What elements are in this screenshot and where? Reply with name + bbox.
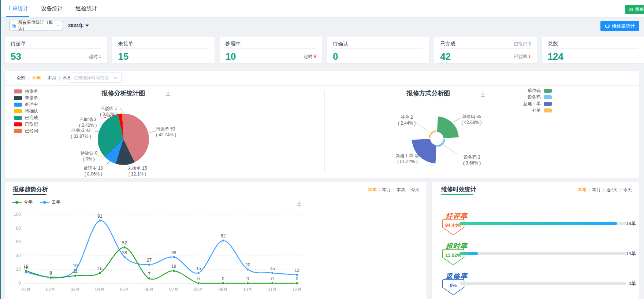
progress-fill — [459, 252, 478, 255]
pie-slice-label-待确认: 待确认 0( 0% ) — [74, 150, 104, 162]
pie-chart-title: 报修分析统计图 — [50, 89, 197, 97]
pie-slice-label-处理中: 处理中 10( 8.06% ) — [77, 165, 110, 177]
time-tab-本月[interactable]: 本月 — [44, 75, 59, 81]
svg-text:27: 27 — [147, 258, 152, 263]
svg-text:38: 38 — [171, 250, 176, 255]
svg-text:18: 18 — [171, 264, 176, 269]
stat-label: 待确认 — [333, 41, 348, 47]
legend-item-单位码[interactable]: 单位码 — [513, 87, 552, 94]
svg-text:18: 18 — [23, 264, 29, 269]
sla-tab-今天[interactable]: 今天 — [621, 187, 634, 193]
stat-card: 待确认0 — [327, 37, 429, 63]
top-tab-bar: 工单统计设备统计巡检统计 维修年报 — [0, 0, 644, 18]
download-icon[interactable] — [480, 91, 486, 99]
unit-select[interactable]: 所有单位统计（默认） — [9, 21, 63, 30]
rose-label-补单: 补单 2( 2.44% ) — [394, 114, 420, 126]
annual-report-button[interactable]: 维修年报 — [625, 5, 644, 14]
svg-text:0%: 0% — [450, 283, 457, 288]
pie-chart-icon — [605, 23, 610, 29]
timeliness-card: 维修时效统计 本年本月近7天今天 好评率94.44%18单超时率11.02%14… — [432, 182, 639, 299]
timeliness-time-tabs: 本年本月近7天今天 — [575, 187, 634, 193]
pie-legend: 待派单未接单处理中待确认已完成已取消已驳回 — [14, 88, 38, 134]
legend-item-补单[interactable]: 补单 — [513, 107, 552, 114]
svg-text:10月: 10月 — [243, 287, 252, 292]
download-icon — [480, 91, 486, 97]
timeliness-title: 维修时效统计 — [441, 186, 476, 193]
stat-card: 未接单15 — [112, 37, 214, 63]
time-range-placeholder: 点击选择时间范围 — [74, 75, 109, 81]
svg-text:80: 80 — [16, 226, 21, 231]
time-tab-全部[interactable]: 全部 — [16, 75, 29, 81]
stat-label: 总数 — [548, 41, 558, 47]
filter-bar: 所有单位统计（默认） 2024年 维修量统计 — [0, 17, 644, 35]
trend-line-今年 — [26, 247, 297, 283]
stat-extra: 超时9 — [304, 53, 316, 60]
unit-select-value: 所有单位统计（默认） — [18, 19, 54, 32]
time-tab-本年[interactable]: 本年 — [29, 75, 44, 81]
stat-card: 处理中10超时9 — [220, 37, 322, 63]
stat-extra: 超时1 — [89, 53, 101, 60]
svg-text:15: 15 — [270, 266, 275, 271]
tab-1[interactable]: 工单统计 — [6, 0, 29, 17]
svg-text:7: 7 — [148, 272, 150, 277]
svg-text:62: 62 — [221, 233, 226, 239]
tab-2[interactable]: 设备统计 — [40, 0, 64, 17]
svg-text:0: 0 — [197, 276, 200, 281]
sla-row-返修率: 返修率0%0单 — [432, 272, 639, 299]
stat-extra: 已取消3 — [514, 41, 531, 47]
rose-legend: 单位码设备码新建工单补单 — [513, 87, 552, 114]
sla-count: 14单 — [626, 250, 636, 257]
stat-value: 53 — [11, 51, 21, 62]
legend-item-待确认[interactable]: 待确认 — [14, 108, 38, 114]
svg-text:0: 0 — [296, 276, 298, 281]
year-value: 2024年 — [68, 22, 83, 29]
trend-line-chart[interactable]: 02040608010001月02月03月04月05月06月07月08月09月1… — [5, 182, 427, 299]
badge-shield: 0% — [442, 279, 465, 297]
svg-text:0: 0 — [271, 276, 274, 281]
analysis-charts-card: 全部本年本月本周今天 点击选择时间范围 报修分析统计图 待派单未接单处理中待确认… — [5, 71, 639, 178]
annual-report-label: 维修年报 — [635, 6, 644, 12]
sla-tab-近7天[interactable]: 近7天 — [604, 187, 620, 193]
sla-tab-本月[interactable]: 本月 — [589, 187, 603, 193]
trend-line-去年 — [26, 221, 297, 277]
svg-text:01月: 01月 — [21, 287, 30, 292]
legend-item-设备码[interactable]: 设备码 — [513, 94, 552, 100]
svg-text:20: 20 — [245, 262, 250, 267]
legend-item-处理中[interactable]: 处理中 — [14, 101, 38, 108]
volume-stats-button[interactable]: 维修量统计 — [600, 21, 640, 31]
svg-text:91: 91 — [97, 214, 103, 219]
time-range-select[interactable]: 点击选择时间范围 — [70, 73, 122, 83]
year-select[interactable]: 2024年 — [68, 22, 89, 29]
building-icon — [12, 23, 16, 28]
legend-item-新建工单[interactable]: 新建工单 — [513, 100, 552, 107]
rose-label-新建工单: 新建工单 42( 51.22% ) — [391, 153, 424, 165]
svg-text:05月: 05月 — [120, 287, 129, 292]
legend-item-已驳回[interactable]: 已驳回 — [14, 128, 38, 134]
svg-text:15: 15 — [97, 266, 103, 271]
svg-text:19: 19 — [73, 263, 78, 268]
legend-item-待派单[interactable]: 待派单 — [14, 88, 38, 95]
repair-analysis-pie[interactable] — [98, 114, 149, 165]
svg-text:60: 60 — [16, 239, 21, 244]
download-icon[interactable] — [165, 90, 171, 98]
badge-shield: 11.02% — [442, 249, 465, 267]
stat-card: 待派单53超时1 — [5, 37, 107, 63]
tab-3[interactable]: 巡检统计 — [75, 0, 98, 17]
svg-text:52: 52 — [122, 240, 127, 246]
svg-text:38: 38 — [122, 250, 127, 255]
stat-extra: 已驳回1 — [514, 53, 531, 60]
stat-card: 总数124 — [542, 37, 644, 63]
stat-value: 124 — [548, 51, 563, 62]
legend-item-未接单[interactable]: 未接单 — [14, 95, 38, 101]
rose-petal-补单 — [429, 130, 436, 138]
svg-text:0: 0 — [222, 276, 224, 281]
pie-slice-label-待派单: 待派单 53( 42.74% ) — [156, 126, 191, 138]
sla-tab-本年[interactable]: 本年 — [575, 187, 589, 193]
svg-text:94.44%: 94.44% — [445, 222, 462, 228]
legend-item-已完成[interactable]: 已完成 — [14, 114, 38, 121]
svg-text:04月: 04月 — [95, 287, 104, 292]
svg-text:15: 15 — [196, 266, 201, 271]
stat-value: 10 — [226, 51, 236, 62]
legend-item-已取消[interactable]: 已取消 — [14, 121, 38, 128]
rose-label-设备码: 设备码 3( 3.66% ) — [458, 154, 486, 166]
